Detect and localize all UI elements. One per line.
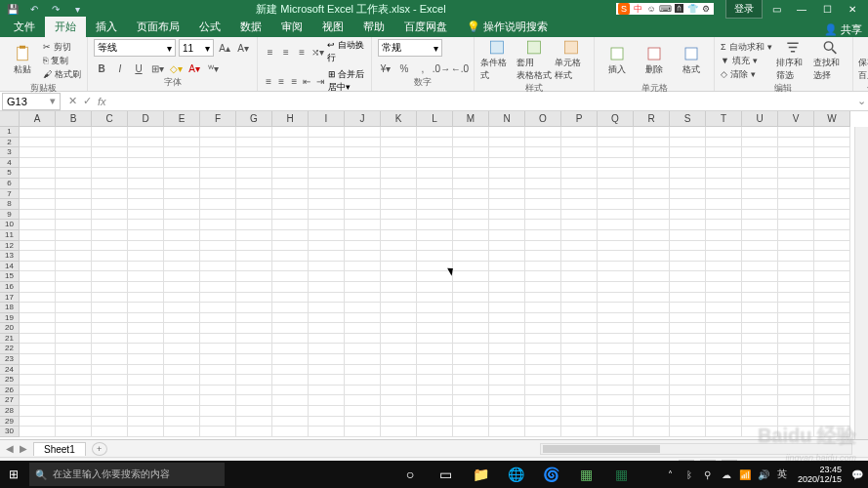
cell[interactable]	[236, 210, 272, 221]
cond-format-button[interactable]: 条件格式	[480, 39, 514, 82]
col-header-V[interactable]: V	[778, 111, 814, 126]
cell[interactable]	[634, 210, 670, 221]
cell[interactable]	[634, 262, 670, 272]
cell[interactable]	[20, 271, 56, 282]
cell[interactable]	[236, 262, 272, 272]
cell[interactable]	[164, 271, 200, 282]
phonetic-button[interactable]: ᵂ▾	[205, 61, 221, 76]
cell[interactable]	[236, 323, 272, 334]
cell[interactable]	[778, 406, 814, 417]
cell[interactable]	[634, 220, 670, 230]
cell[interactable]	[164, 230, 200, 241]
row-header-10[interactable]: 10	[0, 220, 19, 230]
cell[interactable]	[525, 230, 561, 241]
cell[interactable]	[417, 293, 453, 304]
tab-data[interactable]: 数据	[230, 17, 271, 37]
cell[interactable]	[489, 334, 525, 345]
cell[interactable]	[164, 313, 200, 324]
cell[interactable]	[706, 220, 742, 230]
cell[interactable]	[345, 210, 381, 221]
cell[interactable]	[742, 158, 778, 169]
cell[interactable]	[92, 158, 128, 169]
excel-icon[interactable]: ▦	[608, 462, 634, 487]
cell[interactable]	[92, 199, 128, 210]
cell[interactable]	[778, 158, 814, 169]
cell[interactable]	[417, 138, 453, 148]
row-header-11[interactable]: 11	[0, 230, 19, 241]
cell[interactable]	[525, 271, 561, 282]
cell[interactable]	[778, 271, 814, 282]
cell[interactable]	[561, 395, 598, 406]
cell[interactable]	[345, 262, 381, 272]
format-button[interactable]: 格式	[675, 39, 708, 82]
cell[interactable]	[20, 138, 56, 148]
cancel-formula-icon[interactable]: ✕	[68, 95, 77, 107]
cell[interactable]	[814, 199, 850, 210]
cell[interactable]	[56, 395, 92, 406]
cell[interactable]	[20, 241, 56, 252]
cell[interactable]	[561, 168, 598, 179]
app-icon[interactable]: ▦	[573, 462, 599, 487]
login-button[interactable]: 登录	[725, 0, 763, 19]
cell[interactable]	[742, 179, 778, 189]
cell[interactable]	[598, 199, 634, 210]
cell[interactable]	[164, 241, 200, 252]
cell[interactable]	[561, 138, 598, 148]
cell[interactable]	[417, 344, 453, 354]
tray-map-icon[interactable]: ⚲	[701, 468, 715, 481]
cell[interactable]	[381, 282, 417, 293]
cell[interactable]	[56, 199, 92, 210]
cell[interactable]	[272, 241, 309, 252]
cell[interactable]	[128, 230, 164, 241]
cell[interactable]	[525, 386, 561, 396]
explorer-icon[interactable]: 📁	[468, 462, 493, 487]
cell[interactable]	[309, 313, 345, 324]
cell[interactable]	[272, 168, 309, 179]
cell[interactable]	[634, 406, 670, 417]
cell[interactable]	[706, 375, 742, 386]
cell[interactable]	[200, 138, 236, 148]
cell[interactable]	[598, 354, 634, 365]
cell[interactable]	[634, 417, 670, 427]
col-header-C[interactable]: C	[92, 111, 128, 126]
cell[interactable]	[164, 344, 200, 354]
formula-input[interactable]	[114, 93, 854, 110]
cell[interactable]	[272, 271, 309, 282]
col-header-J[interactable]: J	[345, 111, 381, 126]
cell[interactable]	[128, 334, 164, 345]
tab-tell[interactable]: 💡 操作说明搜索	[457, 17, 558, 37]
cell[interactable]	[164, 158, 200, 169]
cell[interactable]	[778, 313, 814, 324]
cell[interactable]	[20, 127, 56, 138]
cell[interactable]	[489, 179, 525, 189]
cell[interactable]	[128, 303, 164, 313]
cell[interactable]	[272, 210, 309, 221]
cell[interactable]	[92, 147, 128, 158]
sheet-tab-1[interactable]: Sheet1	[33, 442, 86, 456]
taskbar-search[interactable]: 🔍 在这里输入你要搜索的内容	[29, 463, 225, 486]
cell[interactable]	[272, 395, 309, 406]
cell[interactable]	[489, 138, 525, 148]
cell[interactable]	[778, 365, 814, 376]
cell[interactable]	[561, 406, 598, 417]
bold-button[interactable]: B	[94, 61, 109, 76]
cell[interactable]	[128, 386, 164, 396]
cell[interactable]	[381, 365, 417, 376]
horizontal-scrollbar[interactable]	[540, 443, 852, 455]
col-header-I[interactable]: I	[309, 111, 345, 126]
cell[interactable]	[561, 313, 598, 324]
cell[interactable]	[489, 406, 525, 417]
cell[interactable]	[634, 344, 670, 354]
cell[interactable]	[742, 147, 778, 158]
cell[interactable]	[814, 344, 850, 354]
cell[interactable]	[706, 147, 742, 158]
cell[interactable]	[598, 220, 634, 230]
cell[interactable]	[381, 230, 417, 241]
cell[interactable]	[92, 138, 128, 148]
cell[interactable]	[236, 386, 272, 396]
cell[interactable]	[236, 189, 272, 200]
cell[interactable]	[236, 179, 272, 189]
cell[interactable]	[489, 210, 525, 221]
cell[interactable]	[200, 395, 236, 406]
cell[interactable]	[489, 395, 525, 406]
